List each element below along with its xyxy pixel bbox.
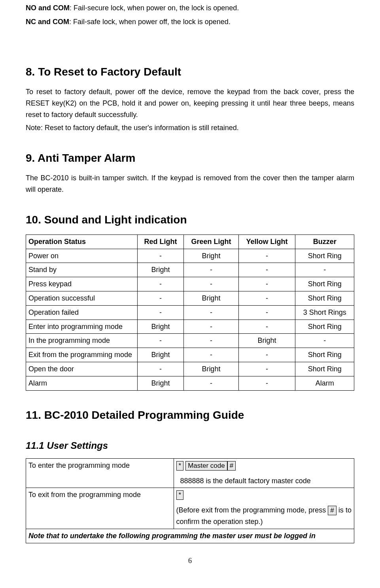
table-cell: -: [138, 291, 184, 305]
table-cell: -: [238, 263, 295, 277]
col-green-light: Green Light: [184, 234, 239, 249]
table-cell: Short Ring: [295, 362, 354, 376]
col-red-light: Red Light: [138, 234, 184, 249]
table-row: Note that to undertake the following pro…: [26, 529, 354, 543]
table-cell: Operation successful: [26, 291, 138, 305]
table-row: Press keypad---Short Ring: [26, 277, 354, 291]
exit-prog-note: (Before exit from the programming mode, …: [176, 505, 352, 527]
section-9-body: The BC-2010 is built-in tamper switch. I…: [26, 172, 354, 195]
logged-in-note: Note that to undertake the following pro…: [26, 529, 354, 543]
table-row: To enter the programming mode * Master c…: [26, 458, 354, 488]
table-cell: 3 Short Rings: [295, 305, 354, 320]
table-cell: Bright: [138, 348, 184, 362]
table-cell: Bright: [138, 376, 184, 390]
no-com-line: NO and COM: Fail-secure lock, when power…: [26, 2, 354, 14]
hash-key-icon: #: [227, 461, 236, 471]
table-cell: Bright: [138, 263, 184, 277]
table-cell: -: [184, 348, 239, 362]
table-cell: Press keypad: [26, 277, 138, 291]
table-cell: Bright: [184, 362, 239, 376]
table-cell: -: [238, 277, 295, 291]
col-operation-status: Operation Status: [26, 234, 138, 249]
section-8-heading: 8. To Reset to Factory Default: [26, 63, 354, 81]
enter-prog-label: To enter the programming mode: [26, 458, 174, 488]
enter-prog-command: * Master code# 888888 is the default fac…: [174, 458, 354, 488]
table-cell: -: [184, 277, 239, 291]
table-cell: -: [295, 334, 354, 348]
nc-com-label: NC and COM: [26, 18, 69, 26]
table-cell: Exit from the programming mode: [26, 348, 138, 362]
table-cell: -: [238, 362, 295, 376]
table-cell: Bright: [138, 320, 184, 334]
star-key-icon: *: [176, 461, 184, 471]
table-row: To exit from the programming mode * (Bef…: [26, 488, 354, 529]
indication-table: Operation Status Red Light Green Light Y…: [26, 234, 354, 391]
table-row: Exit from the programming modeBright--Sh…: [26, 348, 354, 362]
table-row: Power on-Bright-Short Ring: [26, 249, 354, 263]
table-cell: -: [295, 263, 354, 277]
table-cell: Alarm: [26, 376, 138, 390]
default-code-note: 888888 is the default factory master cod…: [176, 475, 352, 487]
nc-com-text: : Fail-safe lock, when power off, the lo…: [69, 18, 231, 26]
table-cell: Enter into programming mode: [26, 320, 138, 334]
master-code-key: Master code: [185, 461, 227, 471]
table-cell: Bright: [184, 249, 239, 263]
no-com-label: NO and COM: [26, 4, 70, 12]
table-header-row: Operation Status Red Light Green Light Y…: [26, 234, 354, 249]
table-cell: -: [138, 249, 184, 263]
table-cell: Short Ring: [295, 348, 354, 362]
nc-com-line: NC and COM: Fail-safe lock, when power o…: [26, 16, 354, 28]
table-cell: Alarm: [295, 376, 354, 390]
table-cell: -: [138, 362, 184, 376]
table-cell: -: [138, 334, 184, 348]
table-cell: -: [184, 305, 239, 320]
table-cell: -: [184, 263, 239, 277]
table-cell: -: [184, 376, 239, 390]
table-cell: -: [238, 291, 295, 305]
section-9-heading: 9. Anti Tamper Alarm: [26, 149, 354, 167]
table-cell: Short Ring: [295, 291, 354, 305]
section-10-heading: 10. Sound and Light indication: [26, 211, 354, 229]
col-buzzer: Buzzer: [295, 234, 354, 249]
table-row: Open the door-Bright-Short Ring: [26, 362, 354, 376]
table-cell: Bright: [184, 291, 239, 305]
star-key-icon: *: [176, 490, 184, 500]
section-11-heading: 11. BC-2010 Detailed Programming Guide: [26, 406, 354, 424]
table-row: Operation failed---3 Short Rings: [26, 305, 354, 320]
table-cell: Power on: [26, 249, 138, 263]
table-cell: Stand by: [26, 263, 138, 277]
col-yellow-light: Yellow Light: [238, 234, 295, 249]
no-com-text: : Fail-secure lock, when power on, the l…: [70, 4, 239, 12]
table-row: Enter into programming modeBright--Short…: [26, 320, 354, 334]
table-cell: -: [138, 277, 184, 291]
table-cell: -: [238, 348, 295, 362]
user-settings-table: To enter the programming mode * Master c…: [26, 458, 354, 543]
table-row: AlarmBright--Alarm: [26, 376, 354, 390]
table-row: Operation successful-Bright-Short Ring: [26, 291, 354, 305]
section-8-body: To reset to factory default, power off t…: [26, 86, 354, 120]
section-11-1-heading: 11.1 User Settings: [26, 438, 354, 453]
table-cell: -: [184, 334, 239, 348]
table-cell: Short Ring: [295, 320, 354, 334]
table-cell: -: [238, 320, 295, 334]
table-cell: In the programming mode: [26, 334, 138, 348]
table-cell: -: [184, 320, 239, 334]
table-cell: Short Ring: [295, 249, 354, 263]
table-cell: -: [238, 376, 295, 390]
table-cell: Short Ring: [295, 277, 354, 291]
table-row: In the programming mode--Bright-: [26, 334, 354, 348]
exit-prog-command: * (Before exit from the programming mode…: [174, 488, 354, 529]
table-cell: Open the door: [26, 362, 138, 376]
table-cell: -: [238, 305, 295, 320]
table-row: Stand byBright---: [26, 263, 354, 277]
table-cell: Operation failed: [26, 305, 138, 320]
table-cell: -: [238, 249, 295, 263]
table-cell: -: [138, 305, 184, 320]
table-cell: Bright: [238, 334, 295, 348]
hash-key-icon: #: [328, 506, 336, 515]
page-number: 6: [26, 555, 354, 567]
section-8-note: Note: Reset to factory default, the user…: [26, 122, 354, 134]
exit-note-pre: (Before exit from the programming mode, …: [176, 506, 326, 514]
exit-prog-label: To exit from the programming mode: [26, 488, 174, 529]
